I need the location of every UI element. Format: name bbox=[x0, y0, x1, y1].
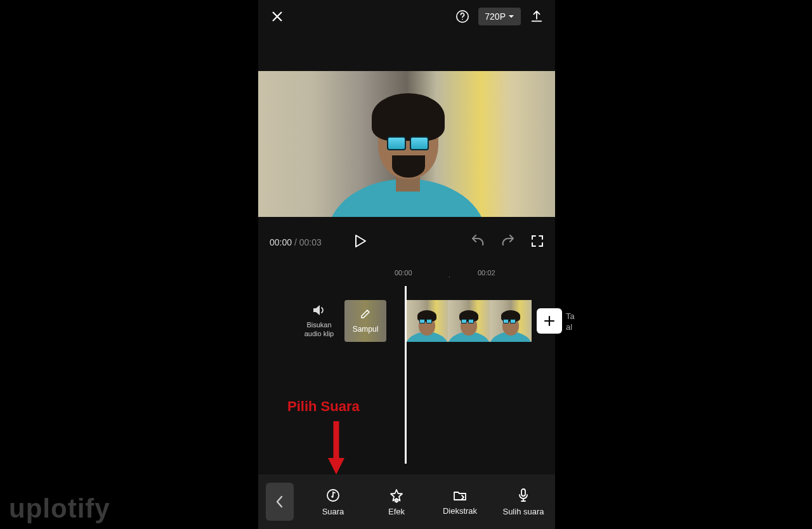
preview-subject bbox=[340, 77, 473, 217]
mute-audio-button[interactable]: Bisukan audio klip bbox=[296, 304, 342, 339]
add-clip-button[interactable] bbox=[537, 308, 562, 334]
play-icon bbox=[353, 233, 367, 249]
pencil-icon bbox=[360, 308, 371, 320]
video-editor-screen: 720P 00:00 / 00:03 bbox=[258, 0, 555, 529]
video-clip[interactable]: Ta al bbox=[406, 300, 575, 342]
ruler-tick-1: 00:02 bbox=[478, 269, 495, 277]
timeline-ruler[interactable]: 00:00 · 00:02 bbox=[258, 268, 555, 283]
time-separator: / bbox=[292, 237, 299, 247]
playback-controls: 00:00 / 00:03 bbox=[258, 217, 555, 268]
tool-suara[interactable]: Suara bbox=[301, 488, 365, 516]
close-button[interactable] bbox=[270, 9, 285, 24]
svg-point-3 bbox=[331, 495, 334, 498]
help-icon bbox=[455, 10, 469, 23]
resolution-label: 720P bbox=[485, 11, 506, 22]
timeline-row: Bisukan audio klip Sampul Ta al bbox=[258, 283, 555, 359]
redo-button[interactable] bbox=[501, 235, 516, 250]
mute-label-2: audio klip bbox=[296, 329, 342, 338]
tail-text: Ta al bbox=[566, 311, 575, 342]
speaker-icon bbox=[312, 304, 326, 317]
duration-time: 00:03 bbox=[299, 237, 322, 247]
tool-label: Sulih suara bbox=[502, 507, 544, 516]
plus-icon bbox=[543, 315, 556, 327]
time-display: 00:00 / 00:03 bbox=[270, 237, 322, 247]
annotation-arrow-icon bbox=[327, 419, 346, 476]
microphone-icon bbox=[517, 488, 530, 503]
ruler-tick-0: 00:00 bbox=[395, 269, 412, 277]
annotation-text: Pilih Suara bbox=[287, 398, 360, 415]
tool-efek[interactable]: Efek bbox=[365, 488, 428, 516]
folder-icon bbox=[452, 488, 468, 502]
ruler-dot: · bbox=[449, 273, 450, 280]
mute-label-1: Bisukan bbox=[296, 320, 342, 329]
export-button[interactable] bbox=[530, 10, 544, 23]
close-icon bbox=[270, 9, 285, 24]
star-icon bbox=[389, 488, 404, 503]
back-button[interactable] bbox=[266, 483, 294, 521]
music-note-icon bbox=[325, 488, 341, 503]
cover-label: Sampul bbox=[353, 325, 379, 334]
tool-diekstrak[interactable]: Diekstrak bbox=[428, 488, 492, 516]
fullscreen-button[interactable] bbox=[531, 235, 544, 250]
topbar: 720P bbox=[258, 0, 555, 33]
redo-icon bbox=[501, 235, 516, 247]
cover-button[interactable]: Sampul bbox=[344, 300, 386, 342]
clip-frame bbox=[406, 300, 448, 342]
playhead[interactable] bbox=[405, 286, 407, 464]
resolution-button[interactable]: 720P bbox=[478, 8, 521, 25]
current-time: 00:00 bbox=[270, 237, 292, 247]
export-icon bbox=[530, 10, 544, 23]
video-preview[interactable] bbox=[258, 71, 555, 217]
help-button[interactable] bbox=[455, 10, 469, 23]
bottom-toolbar: Suara Efek Diekstrak Sulih suara bbox=[258, 474, 555, 529]
chevron-left-icon bbox=[275, 495, 284, 509]
clip-frame bbox=[448, 300, 490, 342]
clip-frame bbox=[490, 300, 532, 342]
watermark: uplotify bbox=[9, 493, 110, 524]
tool-label: Efek bbox=[388, 507, 405, 516]
svg-rect-4 bbox=[521, 489, 525, 496]
tool-label: Suara bbox=[322, 507, 344, 516]
undo-button[interactable] bbox=[470, 235, 485, 250]
play-button[interactable] bbox=[353, 233, 367, 251]
chevron-down-icon bbox=[508, 13, 514, 20]
tool-label: Diekstrak bbox=[443, 506, 477, 516]
svg-point-1 bbox=[462, 19, 463, 20]
undo-icon bbox=[470, 235, 485, 247]
fullscreen-icon bbox=[531, 235, 544, 247]
tool-sulih-suara[interactable]: Sulih suara bbox=[492, 488, 555, 516]
